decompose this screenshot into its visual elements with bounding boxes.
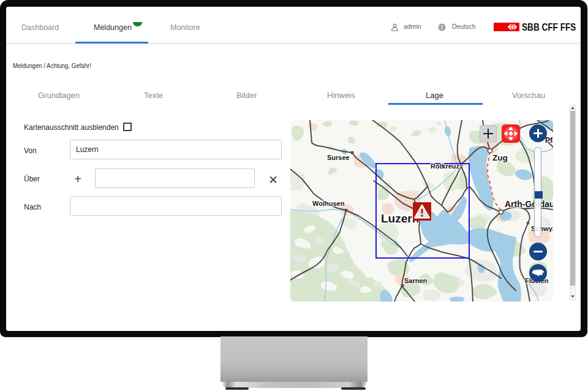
svg-text:Arth-Goldau: Arth-Goldau [505,199,553,209]
svg-text:Sursee: Sursee [327,154,350,161]
svg-text:Pfäffikon: Pfäffikon [545,136,553,145]
svg-text:Wolhusen: Wolhusen [312,200,345,207]
svg-text:Rotkreuz: Rotkreuz [431,162,460,170]
svg-text:Sarnen: Sarnen [404,277,428,284]
svg-text:Zug: Zug [492,153,508,162]
